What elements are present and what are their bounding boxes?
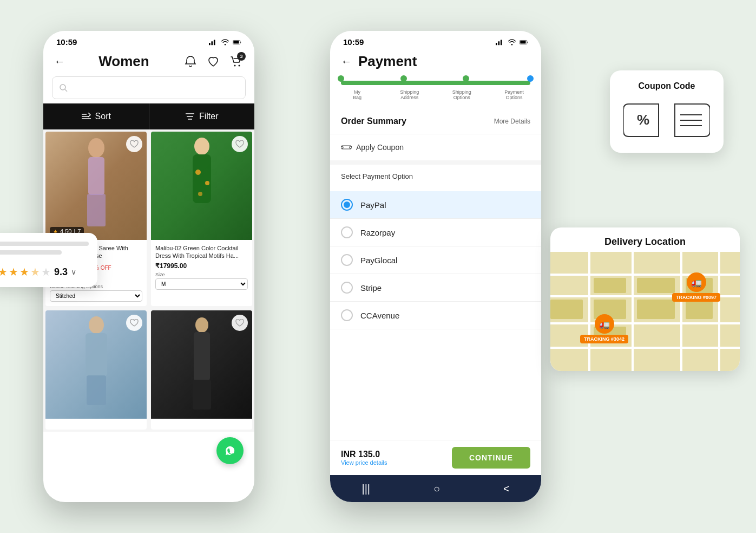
view-price-link[interactable]: View price details bbox=[341, 459, 387, 466]
shirt-figure bbox=[72, 313, 121, 416]
wifi-icon-2 bbox=[508, 39, 516, 46]
cart-button[interactable]: 3 bbox=[228, 54, 244, 69]
stitching-select[interactable]: Stitched Unstitched bbox=[50, 290, 142, 302]
time-2: 10:59 bbox=[343, 37, 364, 47]
svg-point-35 bbox=[341, 146, 343, 148]
map-block-5 bbox=[686, 300, 713, 319]
prog-label-1: MyBag bbox=[341, 89, 373, 100]
svg-point-20 bbox=[195, 170, 201, 175]
sort-button[interactable]: Sort bbox=[43, 103, 149, 129]
stripe-label: Stripe bbox=[360, 283, 382, 292]
cart-badge: 3 bbox=[237, 52, 246, 61]
sort-icon bbox=[81, 113, 91, 120]
svg-point-21 bbox=[205, 181, 209, 185]
ccavenue-label: CCAvenue bbox=[360, 311, 399, 320]
black-figure bbox=[178, 313, 226, 416]
svg-text:%: % bbox=[637, 112, 649, 128]
map-block-1 bbox=[594, 278, 626, 293]
payglocal-label: PayGlocal bbox=[360, 256, 397, 265]
progress-section: MyBag ShippingAddress ShippingOptions Pa… bbox=[330, 74, 541, 109]
progress-fill bbox=[341, 81, 530, 85]
search-bar[interactable] bbox=[52, 76, 246, 99]
stars-row: ★ ★ ★ ★ ★ bbox=[0, 265, 51, 278]
svg-rect-25 bbox=[87, 375, 106, 405]
razorpay-radio bbox=[341, 226, 353, 238]
ccavenue-radio bbox=[341, 309, 353, 321]
razorpay-option[interactable]: Razorpay bbox=[330, 219, 541, 246]
sort-label: Sort bbox=[95, 112, 111, 121]
prog-dot-3 bbox=[463, 75, 469, 82]
whatsapp-button[interactable] bbox=[216, 437, 244, 464]
payglocal-option[interactable]: PayGlocal bbox=[330, 246, 541, 274]
map-block-4 bbox=[637, 300, 675, 319]
back-button-1[interactable]: ← bbox=[54, 55, 65, 68]
home-icon[interactable]: ||| bbox=[361, 483, 370, 495]
map-block-2 bbox=[637, 278, 675, 293]
wishlist-btn-2[interactable] bbox=[232, 136, 248, 152]
heart-icon-2 bbox=[235, 140, 244, 148]
prog-label-2: ShippingAddress bbox=[393, 89, 426, 100]
phone-payment: 10:59 ← Payment bbox=[330, 31, 541, 502]
stripe-option[interactable]: Stripe bbox=[330, 274, 541, 302]
circle-icon[interactable]: ○ bbox=[433, 483, 440, 495]
saree-figure bbox=[72, 134, 121, 237]
battery-icon-2 bbox=[520, 39, 528, 46]
svg-point-18 bbox=[194, 138, 209, 155]
time-1: 10:59 bbox=[56, 37, 77, 47]
notification-button[interactable] bbox=[183, 54, 198, 69]
wishlist-btn-4[interactable] bbox=[232, 315, 248, 331]
star-5: ★ bbox=[41, 265, 51, 278]
bell-icon bbox=[185, 55, 196, 68]
coupon-card: Coupon Code % bbox=[610, 70, 724, 153]
continue-button[interactable]: CONTINUE bbox=[452, 447, 530, 469]
svg-point-15 bbox=[88, 138, 104, 158]
svg-rect-32 bbox=[501, 40, 502, 45]
heart-icon-4 bbox=[235, 319, 244, 327]
heart-icon bbox=[207, 56, 219, 68]
coupon-ticket: % bbox=[623, 99, 710, 142]
ccavenue-option[interactable]: CCAvenue bbox=[330, 302, 541, 329]
back-button-2[interactable]: ← bbox=[341, 55, 352, 68]
wishlist-btn-3[interactable] bbox=[126, 315, 142, 331]
svg-rect-16 bbox=[88, 157, 104, 195]
nav-bar-1: ← Women 3 bbox=[43, 49, 254, 74]
apply-coupon-row[interactable]: Apply Coupon bbox=[330, 134, 541, 165]
product-image-4 bbox=[151, 310, 252, 419]
back-icon[interactable]: < bbox=[503, 483, 510, 495]
road-v-3 bbox=[680, 252, 682, 371]
nav-bar-2: ← Payment bbox=[330, 49, 541, 74]
dress-figure bbox=[178, 134, 226, 237]
svg-line-8 bbox=[65, 89, 67, 92]
rating-score: 9.3 bbox=[54, 266, 68, 278]
road-v-4 bbox=[718, 252, 720, 371]
tracking-pin-1[interactable]: 🚛 TRACKING #3042 bbox=[580, 314, 628, 343]
wishlist-button[interactable] bbox=[206, 54, 221, 69]
status-bar-1: 10:59 bbox=[43, 31, 254, 49]
filter-icon bbox=[185, 113, 195, 120]
filter-button[interactable]: Filter bbox=[149, 103, 255, 129]
paypal-radio-dot bbox=[344, 202, 350, 208]
chevron-down-icon[interactable]: ∨ bbox=[71, 268, 76, 276]
spacer bbox=[0, 259, 89, 265]
page-title-women: Women bbox=[98, 53, 149, 70]
progress-track bbox=[341, 81, 530, 85]
razorpay-label: Razorpay bbox=[360, 228, 395, 237]
svg-rect-2 bbox=[214, 40, 215, 45]
product-card-2: Malibu-02 Green Color Cocktail Dress Wit… bbox=[151, 132, 252, 306]
size-select[interactable]: M S L bbox=[155, 278, 248, 290]
product-name-2: Malibu-02 Green Color Cocktail Dress Wit… bbox=[155, 244, 248, 260]
payment-section: Select Payment Option bbox=[330, 165, 541, 191]
tracking-pin-2[interactable]: 🚛 TRACKING #0097 bbox=[672, 272, 720, 302]
svg-point-6 bbox=[238, 64, 240, 66]
product-info-2: Malibu-02 Green Color Cocktail Dress Wit… bbox=[151, 240, 252, 294]
status-bar-2: 10:59 bbox=[330, 31, 541, 49]
page-title-payment: Payment bbox=[358, 53, 417, 70]
wishlist-btn-1[interactable] bbox=[126, 136, 142, 152]
filter-label: Filter bbox=[199, 112, 219, 121]
svg-rect-4 bbox=[233, 41, 239, 43]
more-details-link[interactable]: More Details bbox=[494, 118, 530, 125]
delivery-title: Delivery Location bbox=[550, 227, 740, 252]
tracking-label-1: TRACKING #3042 bbox=[580, 335, 628, 343]
search-icon bbox=[59, 83, 68, 92]
paypal-option[interactable]: PayPal bbox=[330, 191, 541, 219]
